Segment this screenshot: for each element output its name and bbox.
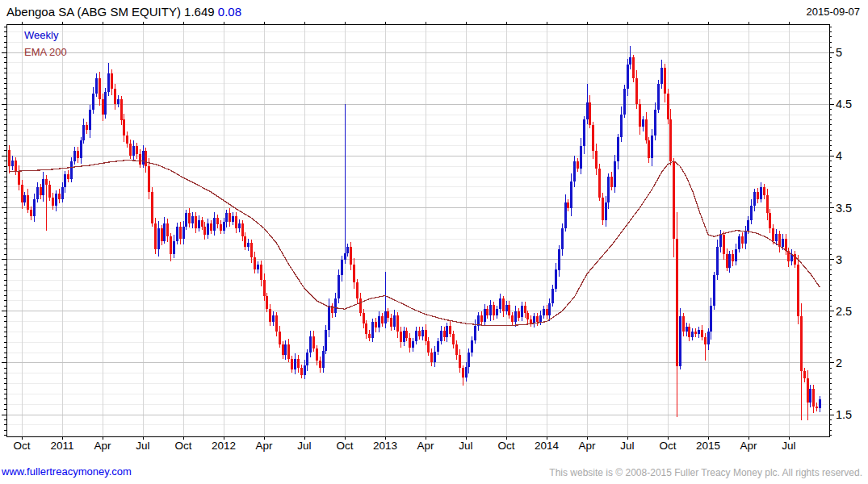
axis-ticks [2, 22, 834, 440]
y-tick-label: 4.5 [836, 98, 852, 111]
gridlines-major [6, 52, 829, 415]
x-tick-label: 2013 [373, 440, 397, 452]
x-tick-label: 2015 [696, 440, 720, 452]
legend-ema-label: EMA 200 [24, 44, 67, 60]
y-tick-label: 1.5 [836, 408, 852, 421]
chart-legend: Weekly EMA 200 [24, 27, 67, 60]
legend-weekly-label: Weekly [24, 27, 67, 44]
x-tick-label: Jul [782, 440, 795, 452]
footer-link[interactable]: www.fullertreacymoney.com [2, 465, 132, 478]
x-tick-label: Oct [659, 440, 676, 452]
x-tick-label: Jul [136, 440, 149, 452]
gridlines-minor [6, 31, 829, 435]
x-tick-label: Apr [578, 440, 596, 452]
y-tick-label: 5 [836, 46, 842, 59]
plot-border [6, 24, 829, 436]
x-tick-label: Jul [620, 440, 634, 452]
x-tick-label: 2014 [535, 440, 560, 452]
y-tick-label: 4 [836, 149, 842, 162]
x-tick-label: Jul [459, 440, 472, 452]
candles [8, 46, 821, 419]
x-tick-label: 2012 [212, 440, 236, 452]
price-chart-svg: Oct2011AprJulOct2012AprJulOct2013AprJulO… [0, 0, 868, 484]
y-tick-label: 2.5 [836, 305, 852, 318]
y-tick-label: 3.5 [836, 202, 852, 215]
x-tick-label: Oct [13, 440, 30, 452]
x-tick-label: Apr [417, 440, 434, 452]
y-tick-label: 2 [836, 357, 842, 369]
y-tick-label: 3 [836, 253, 842, 266]
x-tick-label: Apr [740, 440, 757, 452]
x-tick-label: Oct [174, 440, 191, 452]
x-tick-label: Jul [297, 440, 311, 452]
x-tick-label: 2011 [50, 440, 73, 452]
chart-plot-area[interactable]: Oct2011AprJulOct2012AprJulOct2013AprJulO… [0, 0, 868, 484]
x-axis-labels: Oct2011AprJulOct2012AprJulOct2013AprJulO… [13, 440, 795, 452]
x-tick-label: Apr [94, 440, 111, 452]
x-tick-label: Apr [255, 440, 273, 452]
x-tick-label: Oct [336, 440, 353, 452]
footer-copyright: This website is © 2008-2015 Fuller Treac… [549, 467, 862, 478]
y-axis-labels: 1.522.533.544.55 [836, 46, 852, 421]
x-tick-label: Oct [497, 440, 514, 452]
